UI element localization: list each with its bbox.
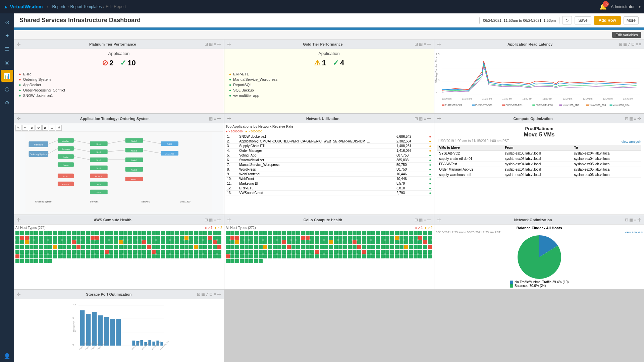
rl-icon3[interactable]: ╱: [628, 42, 630, 47]
netopt-view-analysis[interactable]: view analysis: [625, 231, 643, 234]
read-latency-move[interactable]: ✛: [437, 42, 441, 47]
sp-icon5[interactable]: ≡: [214, 292, 216, 297]
heatmap-cell: [119, 250, 123, 254]
co-icon2[interactable]: ▦: [629, 116, 633, 121]
heatmap-cell: [334, 240, 338, 244]
topo-zoom-out[interactable]: ⊖: [36, 125, 42, 131]
aws-icon1[interactable]: ⊡: [205, 218, 208, 222]
list-item: ●vw-multitier-app: [229, 93, 429, 98]
heatmap-cell: [25, 231, 29, 235]
heatmap-cell: [329, 231, 333, 235]
heatmap-cell: [100, 254, 104, 258]
colo-move[interactable]: ✛: [227, 217, 231, 223]
net-icon2[interactable]: ▦: [419, 116, 423, 121]
aws-icon2[interactable]: ▦: [209, 218, 213, 222]
sp-move[interactable]: ✛: [17, 292, 21, 297]
topo-fit[interactable]: ⊠: [42, 125, 48, 131]
refresh-button[interactable]: ↻: [562, 16, 572, 24]
breadcrumb-reports[interactable]: Reports: [52, 4, 66, 9]
platinum-move-handle2[interactable]: ✛: [217, 42, 221, 47]
heatmap-cell: [376, 254, 380, 258]
topo-print[interactable]: ⎙: [56, 125, 62, 131]
rl-icon4[interactable]: ⊡: [631, 42, 635, 47]
co-icon1[interactable]: ⊡: [625, 116, 628, 121]
topo-move2[interactable]: ✛: [217, 116, 221, 121]
compute-move[interactable]: ✛: [437, 116, 441, 121]
no-icon1[interactable]: ⊡: [625, 218, 628, 222]
sidebar-item-apps[interactable]: ✦: [1, 29, 13, 42]
net-icon1[interactable]: ⊡: [415, 116, 418, 121]
sidebar-item-settings[interactable]: ⚙: [1, 97, 13, 109]
save-button[interactable]: Save: [575, 16, 591, 24]
netopt-move[interactable]: ✛: [437, 217, 441, 223]
platinum-icon-copy[interactable]: ⊡: [205, 42, 208, 47]
topo-icon-bar[interactable]: ▦: [209, 116, 213, 121]
notifications[interactable]: 🔔 15: [599, 3, 607, 10]
sidebar-item-dashboard[interactable]: ⊙: [1, 16, 13, 28]
admin-chevron[interactable]: ▾: [639, 4, 641, 9]
sidebar-item-reports[interactable]: ☰: [1, 43, 13, 55]
table-row: FF-VW-Test syslab-esx04.lab.vi.local sys…: [437, 162, 641, 167]
sp-icon3[interactable]: ╱: [206, 292, 208, 297]
colo-icon1[interactable]: ⊡: [415, 218, 418, 222]
heatmap-cell: [287, 250, 291, 254]
more-button[interactable]: More: [624, 16, 639, 24]
rl-icon2[interactable]: ▦: [623, 42, 627, 47]
add-row-button[interactable]: Add Row: [594, 16, 621, 25]
heatmap-cell: [334, 231, 338, 235]
sp-icon1[interactable]: ⊡: [197, 292, 200, 297]
rl-icon1[interactable]: ⊞: [619, 42, 622, 47]
colo-icon2[interactable]: ▦: [419, 218, 423, 222]
topo-edit[interactable]: ✏: [22, 125, 28, 131]
heatmap-cell: [282, 245, 286, 249]
gold-move-handle[interactable]: ✛: [227, 42, 231, 47]
colo-move2[interactable]: ✛: [427, 217, 431, 223]
sp-move2[interactable]: ✛: [217, 292, 221, 297]
heatmap-cell: [306, 250, 310, 254]
network-move[interactable]: ✛: [227, 116, 231, 121]
svg-text:5: 5: [72, 317, 74, 319]
no-icon2[interactable]: ▦: [629, 218, 633, 222]
heatmap-cell: [235, 259, 239, 263]
logo[interactable]: ▲ VirtualWisdom: [3, 4, 43, 9]
date-range-button[interactable]: 06/24/2021, 11:53am to 06/24/2021, 1:53p…: [479, 17, 559, 24]
heatmap-cell: [138, 250, 142, 254]
topo-zoom-in[interactable]: ⊕: [29, 125, 35, 131]
sp-icon4[interactable]: ⊡: [209, 292, 213, 297]
edit-variables-button[interactable]: Edit Variables: [612, 32, 641, 38]
compute-title: Compute Optimization: [443, 117, 623, 121]
sp-icon2[interactable]: ▦: [201, 292, 205, 297]
no-move2[interactable]: ✛: [637, 217, 641, 223]
net-icon3[interactable]: ≡: [424, 116, 426, 121]
aws-move[interactable]: ✛: [17, 217, 21, 223]
co-move2[interactable]: ✛: [637, 116, 641, 121]
rl-icon5[interactable]: ≡: [636, 42, 638, 47]
platinum-icon-bar[interactable]: ▦: [209, 42, 213, 47]
co-icon3[interactable]: ≡: [634, 116, 636, 121]
no-icon3[interactable]: ≡: [634, 218, 636, 222]
colo-icon3[interactable]: ≡: [424, 218, 426, 222]
gold-icon-bar[interactable]: ▦: [419, 42, 423, 47]
net-move2[interactable]: ✛: [427, 116, 431, 121]
topology-move[interactable]: ✛: [17, 116, 21, 121]
platinum-move-handle[interactable]: ✛: [17, 42, 21, 47]
sidebar-item-user[interactable]: 👤: [1, 350, 13, 362]
heatmap-cell: [152, 254, 156, 258]
topo-copy[interactable]: ⊡: [49, 125, 55, 131]
compute-view-analysis[interactable]: view analysis: [622, 140, 641, 144]
gold-move-handle2[interactable]: ✛: [427, 42, 431, 47]
gold-icon-list[interactable]: ≡: [424, 42, 426, 47]
aws-move2[interactable]: ✛: [217, 217, 221, 223]
topo-pencil[interactable]: ✎: [15, 125, 21, 131]
heatmap-cell: [213, 254, 217, 258]
gold-icon-copy[interactable]: ⊡: [415, 42, 418, 47]
heatmap-cell: [249, 231, 253, 235]
platinum-icon-list[interactable]: ≡: [214, 42, 216, 47]
rl-icon6[interactable]: ≡: [639, 42, 641, 47]
sidebar-item-alerts[interactable]: ◎: [1, 56, 13, 68]
sidebar-item-topology[interactable]: ⬡: [1, 83, 13, 95]
breadcrumb-report-templates[interactable]: Report Templates: [70, 4, 102, 9]
aws-icon3[interactable]: ≡: [214, 218, 216, 222]
sidebar-item-analytics[interactable]: 📊: [1, 70, 13, 82]
topo-icon-list[interactable]: ≡: [214, 116, 216, 121]
